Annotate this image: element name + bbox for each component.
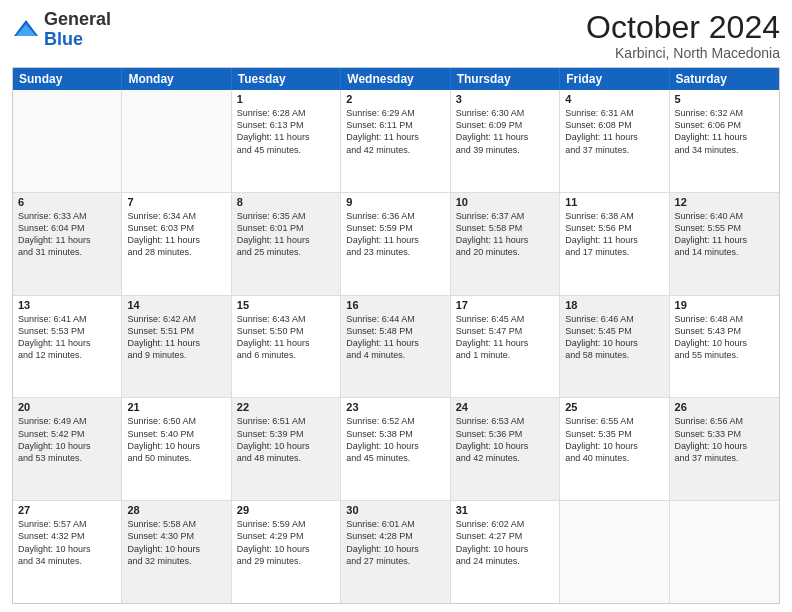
cell-info-line: Daylight: 11 hours xyxy=(346,337,444,349)
cell-info-line: Sunset: 6:08 PM xyxy=(565,119,663,131)
cell-info-line: Sunrise: 6:51 AM xyxy=(237,415,335,427)
day-number: 17 xyxy=(456,299,554,311)
month-title: October 2024 xyxy=(586,10,780,45)
day-number: 31 xyxy=(456,504,554,516)
cell-info-line: Sunrise: 6:42 AM xyxy=(127,313,225,325)
cell-info-line: and 1 minute. xyxy=(456,349,554,361)
cell-info-line: and 4 minutes. xyxy=(346,349,444,361)
day-cell-7: 7Sunrise: 6:34 AMSunset: 6:03 PMDaylight… xyxy=(122,193,231,295)
cell-info-line: Sunset: 6:06 PM xyxy=(675,119,774,131)
day-cell-28: 28Sunrise: 5:58 AMSunset: 4:30 PMDayligh… xyxy=(122,501,231,603)
day-number: 25 xyxy=(565,401,663,413)
day-cell-25: 25Sunrise: 6:55 AMSunset: 5:35 PMDayligh… xyxy=(560,398,669,500)
cell-info-line: and 40 minutes. xyxy=(565,452,663,464)
cell-info-line: and 31 minutes. xyxy=(18,246,116,258)
cell-info-line: Daylight: 11 hours xyxy=(346,131,444,143)
day-number: 26 xyxy=(675,401,774,413)
day-header-sunday: Sunday xyxy=(13,68,122,90)
day-number: 4 xyxy=(565,93,663,105)
day-cell-1: 1Sunrise: 6:28 AMSunset: 6:13 PMDaylight… xyxy=(232,90,341,192)
calendar-row-0: 1Sunrise: 6:28 AMSunset: 6:13 PMDaylight… xyxy=(13,90,779,192)
day-cell-9: 9Sunrise: 6:36 AMSunset: 5:59 PMDaylight… xyxy=(341,193,450,295)
cell-info-line: Sunrise: 6:32 AM xyxy=(675,107,774,119)
cell-info-line: Sunrise: 6:53 AM xyxy=(456,415,554,427)
cell-info-line: and 24 minutes. xyxy=(456,555,554,567)
day-number: 14 xyxy=(127,299,225,311)
cell-info-line: Sunrise: 6:48 AM xyxy=(675,313,774,325)
day-cell-14: 14Sunrise: 6:42 AMSunset: 5:51 PMDayligh… xyxy=(122,296,231,398)
cell-info-line: Sunrise: 6:02 AM xyxy=(456,518,554,530)
cell-info-line: Daylight: 11 hours xyxy=(456,337,554,349)
day-cell-10: 10Sunrise: 6:37 AMSunset: 5:58 PMDayligh… xyxy=(451,193,560,295)
day-cell-24: 24Sunrise: 6:53 AMSunset: 5:36 PMDayligh… xyxy=(451,398,560,500)
cell-info-line: Daylight: 10 hours xyxy=(675,440,774,452)
cell-info-line: Sunrise: 5:58 AM xyxy=(127,518,225,530)
day-cell-6: 6Sunrise: 6:33 AMSunset: 6:04 PMDaylight… xyxy=(13,193,122,295)
empty-cell-0-1 xyxy=(122,90,231,192)
cell-info-line: Sunrise: 6:33 AM xyxy=(18,210,116,222)
day-header-thursday: Thursday xyxy=(451,68,560,90)
cell-info-line: Sunset: 4:27 PM xyxy=(456,530,554,542)
cell-info-line: and 32 minutes. xyxy=(127,555,225,567)
cell-info-line: Daylight: 11 hours xyxy=(18,234,116,246)
day-cell-12: 12Sunrise: 6:40 AMSunset: 5:55 PMDayligh… xyxy=(670,193,779,295)
day-cell-4: 4Sunrise: 6:31 AMSunset: 6:08 PMDaylight… xyxy=(560,90,669,192)
cell-info-line: and 17 minutes. xyxy=(565,246,663,258)
cell-info-line: Daylight: 10 hours xyxy=(18,440,116,452)
day-cell-11: 11Sunrise: 6:38 AMSunset: 5:56 PMDayligh… xyxy=(560,193,669,295)
cell-info-line: and 50 minutes. xyxy=(127,452,225,464)
day-header-monday: Monday xyxy=(122,68,231,90)
day-number: 30 xyxy=(346,504,444,516)
day-cell-21: 21Sunrise: 6:50 AMSunset: 5:40 PMDayligh… xyxy=(122,398,231,500)
cell-info-line: Sunrise: 6:44 AM xyxy=(346,313,444,325)
calendar-body: 1Sunrise: 6:28 AMSunset: 6:13 PMDaylight… xyxy=(13,90,779,603)
cell-info-line: Daylight: 11 hours xyxy=(237,131,335,143)
day-number: 22 xyxy=(237,401,335,413)
cell-info-line: Sunset: 6:13 PM xyxy=(237,119,335,131)
cell-info-line: Sunrise: 6:50 AM xyxy=(127,415,225,427)
cell-info-line: Sunrise: 6:56 AM xyxy=(675,415,774,427)
cell-info-line: Sunset: 6:09 PM xyxy=(456,119,554,131)
cell-info-line: Daylight: 11 hours xyxy=(127,234,225,246)
cell-info-line: Daylight: 10 hours xyxy=(127,543,225,555)
cell-info-line: Sunrise: 6:46 AM xyxy=(565,313,663,325)
cell-info-line: Sunrise: 6:43 AM xyxy=(237,313,335,325)
cell-info-line: and 34 minutes. xyxy=(675,144,774,156)
cell-info-line: Daylight: 10 hours xyxy=(237,440,335,452)
day-number: 19 xyxy=(675,299,774,311)
cell-info-line: Sunset: 6:11 PM xyxy=(346,119,444,131)
day-number: 16 xyxy=(346,299,444,311)
logo-blue: Blue xyxy=(44,29,83,49)
empty-cell-0-0 xyxy=(13,90,122,192)
cell-info-line: Daylight: 11 hours xyxy=(127,337,225,349)
cell-info-line: Daylight: 11 hours xyxy=(237,337,335,349)
cell-info-line: Sunrise: 5:57 AM xyxy=(18,518,116,530)
cell-info-line: and 45 minutes. xyxy=(346,452,444,464)
day-number: 28 xyxy=(127,504,225,516)
cell-info-line: Sunrise: 6:38 AM xyxy=(565,210,663,222)
cell-info-line: and 58 minutes. xyxy=(565,349,663,361)
logo-general: General xyxy=(44,9,111,29)
cell-info-line: Sunrise: 6:36 AM xyxy=(346,210,444,222)
day-number: 23 xyxy=(346,401,444,413)
cell-info-line: Sunrise: 6:41 AM xyxy=(18,313,116,325)
day-number: 5 xyxy=(675,93,774,105)
day-number: 3 xyxy=(456,93,554,105)
empty-cell-4-6 xyxy=(670,501,779,603)
cell-info-line: and 20 minutes. xyxy=(456,246,554,258)
cell-info-line: Sunset: 5:45 PM xyxy=(565,325,663,337)
cell-info-line: Daylight: 11 hours xyxy=(565,234,663,246)
day-number: 10 xyxy=(456,196,554,208)
cell-info-line: Daylight: 10 hours xyxy=(127,440,225,452)
cell-info-line: Sunset: 5:33 PM xyxy=(675,428,774,440)
day-cell-18: 18Sunrise: 6:46 AMSunset: 5:45 PMDayligh… xyxy=(560,296,669,398)
cell-info-line: Sunrise: 6:01 AM xyxy=(346,518,444,530)
logo-icon xyxy=(12,16,40,44)
day-cell-15: 15Sunrise: 6:43 AMSunset: 5:50 PMDayligh… xyxy=(232,296,341,398)
cell-info-line: Sunset: 5:47 PM xyxy=(456,325,554,337)
day-cell-27: 27Sunrise: 5:57 AMSunset: 4:32 PMDayligh… xyxy=(13,501,122,603)
cell-info-line: Sunset: 6:03 PM xyxy=(127,222,225,234)
cell-info-line: Daylight: 11 hours xyxy=(237,234,335,246)
calendar-row-1: 6Sunrise: 6:33 AMSunset: 6:04 PMDaylight… xyxy=(13,192,779,295)
day-number: 18 xyxy=(565,299,663,311)
